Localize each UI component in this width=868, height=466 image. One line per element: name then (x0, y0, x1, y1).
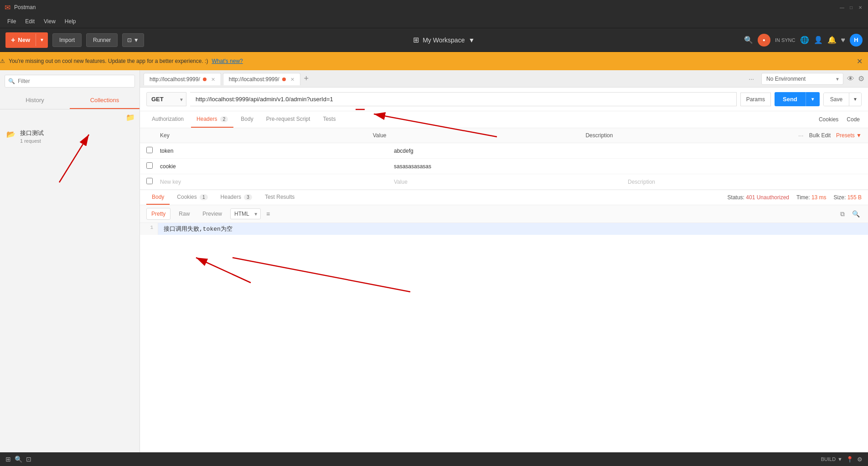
headers-section: Key Value Description ··· Bulk Edit Pres… (140, 128, 868, 190)
runner-extra-button[interactable]: ⊡ ▼ (122, 33, 144, 47)
add-tab-button[interactable]: + (302, 72, 311, 85)
new-row-checkbox[interactable] (146, 178, 153, 184)
whats-new-link[interactable]: What's new? (212, 58, 243, 64)
close-button[interactable]: ✕ (857, 4, 863, 10)
request-tabs-bar: http://localhost:9999/ ✕ http://localhos… (140, 70, 868, 88)
copy-response-button[interactable]: ⧉ (838, 208, 847, 220)
bottom-layout-icon[interactable]: ⊞ (5, 456, 11, 463)
search-response-button[interactable]: 🔍 (850, 208, 862, 219)
auth-tab[interactable]: Authorization (146, 111, 189, 128)
request-tab-1[interactable]: http://localhost:9999/ ✕ (144, 73, 221, 85)
response-time: Time: 13 ms (796, 194, 827, 201)
save-button[interactable]: Save (824, 93, 849, 106)
new-collection-button[interactable]: 📁 (126, 113, 135, 122)
response-status: Status: 401 Unauthorized (728, 194, 789, 201)
environment-selector[interactable]: No Environment (761, 73, 843, 85)
new-value-placeholder[interactable]: Value (394, 179, 628, 185)
workspace-selector[interactable]: ⊞ My Workspace ▼ (408, 33, 480, 47)
body-tab[interactable]: Body (235, 111, 258, 128)
tab-1-label: http://localhost:9999/ (150, 76, 200, 83)
menu-view[interactable]: View (40, 16, 59, 26)
bottom-settings-icon[interactable]: ⚙ (857, 456, 863, 463)
sidebar-actions: 📁 (0, 109, 140, 125)
preview-tab[interactable]: Preview (198, 208, 227, 219)
request-tab-2[interactable]: http://localhost:9999/ ✕ (223, 73, 300, 85)
method-selector[interactable]: GET POST PUT DELETE (146, 92, 186, 106)
menu-edit[interactable]: Edit (21, 16, 38, 26)
workspace-label: My Workspace (423, 36, 465, 44)
response-cookies-tab[interactable]: Cookies 1 (171, 190, 213, 205)
menu-file[interactable]: File (4, 16, 20, 26)
menu-help[interactable]: Help (61, 16, 80, 26)
build-label: BUILD ▼ (821, 456, 842, 462)
header-row-cookie: cookie sasasasasasas (140, 159, 868, 174)
more-tabs-button[interactable]: ··· (747, 73, 756, 84)
sidebar-search-icon: 🔍 (8, 78, 15, 84)
bottom-location-icon[interactable]: 📍 (846, 456, 853, 463)
new-label: New (18, 36, 30, 43)
response-headers-tab[interactable]: Headers 3 (215, 190, 258, 205)
cookie-row-checkbox[interactable] (146, 162, 153, 169)
user-icon[interactable]: 👤 (814, 36, 823, 44)
collection-item[interactable]: 📂 接口测试 1 request (0, 125, 140, 147)
heart-icon[interactable]: ♥ (841, 36, 846, 44)
sidebar-filter-input[interactable] (5, 75, 135, 88)
sidebar-tab-history[interactable]: History (0, 92, 70, 109)
send-button[interactable]: Send (775, 92, 806, 106)
env-settings-button[interactable]: ⚙ (858, 74, 864, 83)
send-dropdown-button[interactable]: ▼ (806, 92, 820, 106)
headers-tab[interactable]: Headers 2 (191, 111, 233, 128)
user-avatar[interactable]: H (850, 34, 863, 47)
tab-1-close-icon[interactable]: ✕ (211, 77, 215, 83)
search-icon[interactable]: 🔍 (744, 36, 753, 44)
cookies-link[interactable]: Cookies (817, 112, 840, 127)
bottom-bar: ⊞ 🔍 ⊡ BUILD ▼ 📍 ⚙ (0, 452, 868, 466)
wrap-icon[interactable]: ≡ (264, 208, 272, 219)
header-row-token: token abcdefg (140, 143, 868, 159)
desc-column-header: Description (585, 132, 798, 139)
bottom-console-icon[interactable]: ⊡ (26, 456, 31, 463)
import-button[interactable]: Import (52, 33, 82, 47)
new-button[interactable]: + New ▼ (5, 32, 48, 48)
sidebar-tab-collections[interactable]: Collections (70, 92, 140, 109)
new-plus-icon: + (11, 36, 15, 44)
sidebar: 🔍 History Collections 📁 📂 接口测试 1 request (0, 70, 140, 452)
url-input[interactable] (190, 92, 737, 106)
tests-tab[interactable]: Tests (317, 111, 341, 128)
banner-text: You're missing out on cool new features.… (9, 58, 208, 64)
response-body-tab[interactable]: Body (146, 190, 170, 205)
folder-plus-icon: 📁 (126, 114, 135, 121)
maximize-button[interactable]: □ (848, 4, 854, 10)
time-value: 13 ms (811, 194, 827, 201)
pretty-tab[interactable]: Pretty (146, 208, 170, 220)
bottom-search-icon[interactable]: 🔍 (15, 456, 22, 463)
runner-button[interactable]: Runner (86, 33, 118, 47)
token-key-cell: token (160, 148, 394, 154)
raw-tab[interactable]: Raw (174, 208, 194, 219)
save-dropdown-button[interactable]: ▼ (849, 93, 861, 106)
headers-more-icon[interactable]: ··· (798, 132, 804, 139)
bulk-edit-button[interactable]: Bulk Edit (809, 132, 831, 139)
banner-warning-icon: ⚠ (0, 58, 5, 64)
bell-icon[interactable]: 🔔 (827, 36, 837, 44)
code-link[interactable]: Code (845, 112, 862, 127)
save-button-group: Save ▼ (823, 93, 862, 106)
response-test-results-tab[interactable]: Test Results (259, 190, 300, 205)
minimize-button[interactable]: — (839, 4, 845, 10)
env-eye-button[interactable]: 👁 (847, 75, 854, 83)
pre-request-tab[interactable]: Pre-request Script (261, 111, 316, 128)
tab-2-dot (282, 78, 286, 81)
response-body: 1 接口调用失败,token为空 (140, 223, 868, 452)
banner-close-button[interactable]: ✕ (857, 57, 863, 66)
new-header-row: New key Value Description (140, 174, 868, 190)
format-type-selector[interactable]: HTML JSON Text (230, 208, 261, 219)
collection-folder-icon: 📂 (6, 130, 16, 139)
presets-button[interactable]: Presets ▼ (836, 132, 862, 139)
workspace-dropdown-icon: ▼ (468, 36, 475, 44)
globe-icon[interactable]: 🌐 (800, 36, 809, 44)
new-key-placeholder[interactable]: New key (160, 179, 394, 185)
tab-2-close-icon[interactable]: ✕ (290, 77, 294, 83)
params-button[interactable]: Params (740, 93, 771, 106)
token-row-checkbox[interactable] (146, 147, 153, 153)
response-size: Size: 155 B (834, 194, 862, 201)
